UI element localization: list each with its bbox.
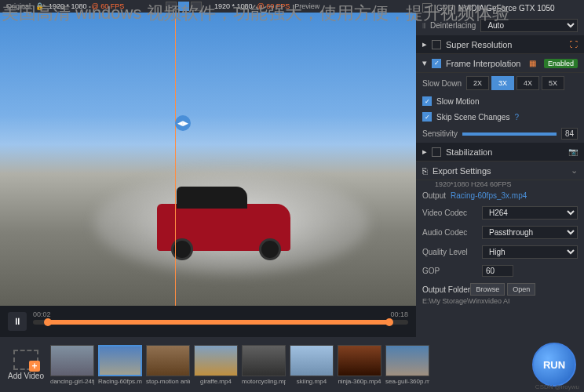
output-folder-label: Output Folder: [422, 285, 470, 294]
super-res-icon: ⛶: [570, 40, 578, 49]
video-thumbnails: dancing-girl-24fp Racing-60fps.mp4 stop-…: [50, 345, 526, 385]
export-info: 1920*1080 H264 60FPS: [416, 180, 584, 188]
quality-label: Quality Level: [422, 248, 477, 256]
timeline-out-point[interactable]: [385, 318, 393, 326]
original-fps: @ 60 FPS: [92, 2, 125, 10]
original-label: Original: [6, 2, 31, 10]
slow-motion-label: Slow Motion: [436, 97, 479, 106]
super-res-title: Super Resolution: [446, 40, 512, 49]
video-codec-label: Video Codec: [422, 209, 477, 217]
gop-label: GOP: [422, 267, 477, 275]
frame-interp-header[interactable]: ▾ ✓ Frame Interpolation ▦ Enabled: [416, 54, 584, 73]
stabilization-checkbox[interactable]: [432, 147, 441, 157]
thumb-item[interactable]: Racing-60fps.mp4: [98, 345, 142, 385]
preview-label: Preview: [294, 2, 319, 10]
frame-interp-checkbox[interactable]: ✓: [432, 59, 441, 68]
timeline-track[interactable]: [33, 320, 408, 325]
preview-fps: @ 60 FPS: [257, 2, 290, 10]
frame-interp-title: Frame Interpolation: [446, 59, 520, 68]
preview-resolution: 1920 * 1080: [214, 2, 253, 10]
slow-down-label: Slow Down: [422, 79, 462, 88]
export-header[interactable]: ⎘ Export Settings ⌄: [416, 162, 584, 180]
expand-icon: ▸: [422, 39, 427, 49]
compare-slider-handle[interactable]: ◀▶: [175, 115, 191, 131]
output-folder-path: E:\My Storage\Winxvideo AI: [422, 297, 578, 305]
deinterlace-select[interactable]: Auto: [480, 19, 578, 32]
speed-4x[interactable]: 4X: [516, 76, 539, 90]
gpu-value: NVIDIA GeForce GTX 1050: [458, 4, 555, 13]
preview-panel: Original 🔒 1920 * 1080 @ 60 FPS 1920 * 1…: [0, 0, 416, 337]
watermark: CSDN @iroywu: [535, 383, 579, 390]
timeline-in-point[interactable]: [44, 318, 52, 326]
sensitivity-label: Sensitivity: [422, 129, 458, 138]
add-video-icon: [13, 350, 38, 370]
add-video-label: Add Video: [8, 372, 44, 380]
video-codec-select[interactable]: H264: [482, 206, 578, 220]
run-button[interactable]: RUN: [532, 343, 576, 387]
video-header: Original 🔒 1920 * 1080 @ 60 FPS 1920 * 1…: [0, 0, 416, 13]
thumb-item[interactable]: skiing.mp4: [290, 345, 334, 385]
slow-motion-checkbox[interactable]: ✓: [422, 96, 432, 106]
video-preview[interactable]: ◀▶: [0, 13, 416, 306]
deinterlace-icon: ⫴: [422, 21, 425, 31]
open-button[interactable]: Open: [507, 283, 535, 296]
gpu-label: GPU: [436, 4, 454, 13]
output-label: Output: [422, 191, 446, 200]
bottom-bar: Add Video dancing-girl-24fp Racing-60fps…: [0, 337, 584, 392]
browse-button[interactable]: Browse: [470, 283, 505, 296]
stabilization-header[interactable]: ▸ Stabilization 📷: [416, 143, 584, 162]
frame-interp-icon: ▦: [529, 59, 536, 67]
settings-panel: GPU NVIDIA GeForce GTX 1050 ⫴ Deinterlac…: [416, 0, 584, 337]
time-current: 00:02: [33, 310, 51, 318]
speed-2x[interactable]: 2X: [466, 76, 489, 90]
speed-3x[interactable]: 3X: [491, 76, 514, 90]
thumb-item[interactable]: sea-gull-360p.mp: [385, 345, 429, 385]
thumb-item[interactable]: giraffe.mp4: [194, 345, 238, 385]
skip-scene-label: Skip Scene Changes: [436, 113, 509, 122]
deinterlace-label: Deinterlacing: [430, 21, 476, 30]
export-title: Export Settings: [433, 166, 491, 176]
time-end: 00:18: [390, 310, 408, 318]
skip-scene-checkbox[interactable]: ✓: [422, 112, 432, 122]
gpu-checkbox[interactable]: [422, 3, 432, 13]
help-icon[interactable]: ?: [514, 113, 519, 122]
speed-5x[interactable]: 5X: [542, 76, 564, 90]
compare-divider[interactable]: [175, 13, 176, 306]
timeline: ⏸ 00:02 00:18: [0, 306, 416, 337]
sensitivity-value: 84: [561, 128, 578, 140]
original-resolution: 1920 * 1080: [49, 2, 87, 10]
camera-icon: 📷: [568, 147, 578, 156]
enabled-badge: Enabled: [544, 59, 578, 68]
thumb-item[interactable]: motorcycling.mp4: [242, 345, 286, 385]
collapse-icon: ▾: [422, 58, 427, 68]
sensitivity-slider[interactable]: [462, 132, 557, 136]
super-res-checkbox[interactable]: [432, 40, 441, 49]
export-icon: ⎘: [422, 166, 428, 176]
play-pause-button[interactable]: ⏸: [8, 312, 27, 331]
output-filename: Racing-60fps_3x.mp4: [451, 191, 527, 200]
super-resolution-header[interactable]: ▸ Super Resolution ⛶: [416, 35, 584, 54]
lock-icon: 🔒: [35, 2, 44, 10]
add-video-button[interactable]: Add Video: [8, 350, 44, 380]
stabilization-title: Stabilization: [446, 147, 492, 157]
view-mode-3[interactable]: [191, 2, 202, 11]
audio-codec-select[interactable]: Passthrough: [482, 226, 578, 239]
thumb-item[interactable]: dancing-girl-24fp: [50, 345, 94, 385]
expand-icon: ▸: [422, 147, 427, 157]
chevron-down-icon: ⌄: [571, 165, 578, 176]
view-mode-1[interactable]: [166, 2, 177, 11]
view-mode-2[interactable]: [178, 2, 189, 11]
thumb-item[interactable]: ninja-360p.mp4: [338, 345, 381, 385]
quality-select[interactable]: High: [482, 245, 578, 259]
thumb-item[interactable]: stop-motion anim: [146, 345, 190, 385]
audio-codec-label: Audio Codec: [422, 228, 477, 237]
gop-input[interactable]: [482, 265, 513, 277]
